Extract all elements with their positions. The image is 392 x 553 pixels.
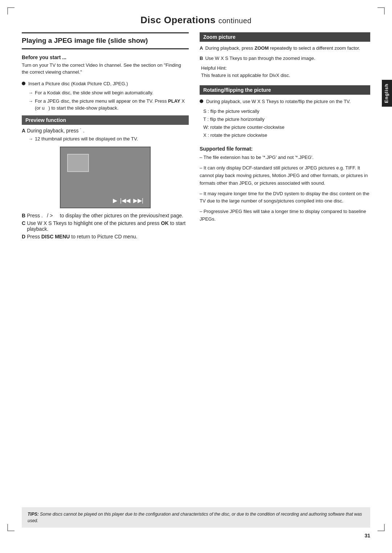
rotating-bullet-text: During playback, use W X S Tkeys to rota… <box>206 98 351 106</box>
corner-mark-tl <box>7 7 15 15</box>
step-a-sub: → 12 thumbnail pictures will be displaye… <box>22 135 189 143</box>
thumbnail-controls: ▶ |◀◀ ▶▶| <box>113 197 143 204</box>
page: English Disc Operations continued Playin… <box>0 0 392 553</box>
before-start-text: Turn on your TV to the correct Video In … <box>22 62 189 76</box>
helpful-hint: Helpful Hint: This feature is not applic… <box>200 65 370 79</box>
play-icon: ▶ <box>113 197 117 204</box>
right-column: Zoom picture A During playback, press ZO… <box>200 32 370 246</box>
arrow-icon-1: → <box>28 89 33 97</box>
step-a-label: A <box>22 128 25 134</box>
corner-mark-tr <box>377 7 385 15</box>
file-format-section: Supported file format: The file extensio… <box>200 146 370 223</box>
page-title-main: Disc Operations <box>140 15 216 25</box>
zoom-section: Zoom picture A During playback, press ZO… <box>200 32 370 79</box>
rotating-header: Rotating/flipping the picture <box>200 85 370 95</box>
arrow-jpeg: → For a JPEG disc, the picture menu will… <box>22 98 189 112</box>
section-title: Playing a JPEG image file (slide show) <box>22 32 189 49</box>
left-column: Playing a JPEG image file (slide show) B… <box>22 32 189 246</box>
key-t: T : flip the picture horizontally <box>203 115 370 123</box>
rotating-bullet-icon <box>200 99 203 103</box>
key-s: S : flip the picture vertically <box>203 107 370 115</box>
arrow-icon-3: → <box>28 135 33 143</box>
hint-title: Helpful Hint: <box>201 65 227 71</box>
preview-section: Preview function A During playback, pres… <box>22 115 189 240</box>
key-w: W: rotate the picture counter-clockwise <box>203 123 370 131</box>
zoom-a-label: A <box>200 45 203 52</box>
before-start-label: Before you start ... <box>22 54 189 60</box>
corner-mark-bl <box>7 524 15 531</box>
next-icon: ▶▶| <box>133 197 143 204</box>
arrow-kodak: → For a Kodak disc, the slide show will … <box>22 89 189 97</box>
step-d-label: D <box>22 234 25 239</box>
step-c-text: Use W X S Tkeys to highlight one of the … <box>27 220 189 232</box>
hint-text: This feature is not applicable for DivX … <box>201 73 290 78</box>
step-d-text: Press DISC MENU to return to Picture CD … <box>27 234 137 239</box>
step-d: D Press DISC MENU to return to Picture C… <box>22 234 189 239</box>
step-c: C Use W X S Tkeys to highlight one of th… <box>22 220 189 232</box>
file-format-title: Supported file format: <box>200 146 370 152</box>
corner-mark-br <box>377 524 385 531</box>
file-para-4: Progressive JPEG files will take a longe… <box>200 208 370 223</box>
rotating-bullet: During playback, use W X S Tkeys to rota… <box>200 98 370 106</box>
zoom-a-text: During playback, press ZOOM repeatedly t… <box>205 45 360 52</box>
file-para-3: It may require longer time for the DVD s… <box>200 190 370 205</box>
content-area: Playing a JPEG image file (slide show) B… <box>22 32 370 246</box>
tips-text: Some discs cannot be played on this play… <box>28 512 362 523</box>
rotating-content: During playback, use W X S Tkeys to rota… <box>200 98 370 139</box>
thumbnail-inner-box <box>67 154 89 172</box>
tips-label: TIPS: <box>28 512 39 517</box>
zoom-header: Zoom picture <box>200 32 370 42</box>
step-a: A During playback, press ˙ . <box>22 128 189 134</box>
page-title-suffix: continued <box>219 17 252 25</box>
page-number: 31 <box>364 533 370 538</box>
arrow-kodak-text: For a Kodak disc, the slide show will be… <box>35 89 153 97</box>
page-title: Disc Operations continued <box>22 15 370 26</box>
zoom-b-label: B <box>200 55 203 62</box>
keys-list: S : flip the picture vertically T : flip… <box>200 107 370 139</box>
arrow-icon-2: → <box>28 98 33 105</box>
english-tab: English <box>382 80 392 107</box>
rotating-section: Rotating/flipping the picture During pla… <box>200 85 370 139</box>
zoom-b-text: Use W X S Tkeys to pan through the zoome… <box>205 55 315 62</box>
tips-box: TIPS: Some discs cannot be played on thi… <box>22 507 370 528</box>
step-a-sub-text: 12 thumbnail pictures will be displayed … <box>35 135 138 143</box>
bullet-icon <box>22 82 25 85</box>
step-b-text: Press . / > to display the other picture… <box>27 213 183 218</box>
bullet-insert-text: Insert a Picture disc (Kodak Picture CD,… <box>28 80 128 87</box>
preview-header: Preview function <box>22 115 189 125</box>
file-para-2: It can only display DCF-standard still p… <box>200 164 370 187</box>
step-a-text: During playback, press ˙ . <box>27 128 85 134</box>
zoom-step-a: A During playback, press ZOOM repeatedly… <box>200 45 370 52</box>
prev-icon: |◀◀ <box>120 197 130 204</box>
step-c-label: C <box>22 220 25 226</box>
step-b-label: B <box>22 213 25 218</box>
arrow-jpeg-text: For a JPEG disc, the picture menu will a… <box>35 98 189 112</box>
step-b: B Press . / > to display the other pictu… <box>22 213 189 218</box>
zoom-step-b: B Use W X S Tkeys to pan through the zoo… <box>200 55 370 62</box>
file-para-1: The file extension has to be '*.JPG' and… <box>200 154 370 161</box>
key-x: X : rotate the picture clockwise <box>203 131 370 139</box>
bullet-insert-disc: Insert a Picture disc (Kodak Picture CD,… <box>22 80 189 87</box>
thumbnail-display: ▶ |◀◀ ▶▶| <box>60 147 151 208</box>
